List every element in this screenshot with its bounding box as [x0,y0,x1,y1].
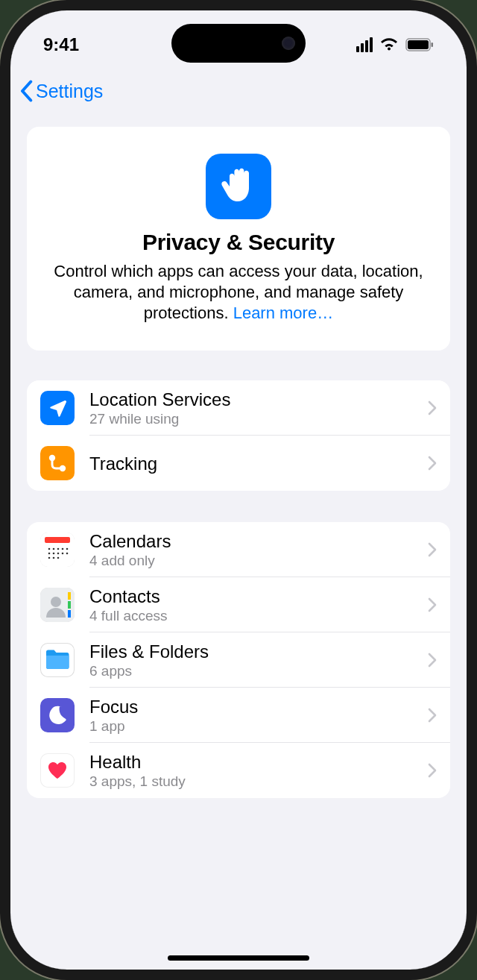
tracking-icon [40,446,75,480]
svg-point-10 [62,548,64,550]
settings-group: Location Services 27 while using Trackin… [27,380,450,491]
battery-icon [405,38,434,51]
health-icon [40,753,75,788]
dynamic-island [171,24,306,63]
screen: 9:41 Settings [10,10,467,970]
hero-description: Control which apps can access your data,… [48,261,429,324]
svg-point-19 [57,557,60,559]
row-calendars[interactable]: Calendars 4 add only [27,522,450,577]
status-indicators [356,37,434,52]
chevron-right-icon [428,456,437,471]
side-button [0,309,1,376]
svg-rect-1 [408,40,429,49]
svg-rect-22 [68,592,71,600]
svg-point-8 [53,548,55,550]
row-health[interactable]: Health 3 apps, 1 study [27,743,450,798]
row-subtitle: 6 apps [89,663,428,679]
chevron-right-icon [428,763,437,778]
svg-point-11 [66,548,69,550]
svg-point-9 [57,548,60,550]
row-title: Location Services [89,389,428,410]
row-title: Files & Folders [89,641,428,662]
row-focus[interactable]: Focus 1 app [27,688,450,743]
svg-point-7 [48,548,51,550]
svg-rect-23 [68,601,71,609]
row-tracking[interactable]: Tracking [27,436,450,491]
row-title: Tracking [89,453,428,474]
wifi-icon [379,37,399,52]
hero-title: Privacy & Security [48,230,429,255]
focus-icon [40,698,75,732]
side-button [0,160,1,191]
location-icon [40,391,75,425]
chevron-right-icon [428,401,437,415]
calendars-icon [40,533,75,567]
chevron-right-icon [428,653,437,668]
row-title: Focus [89,697,428,717]
row-subtitle: 3 apps, 1 study [89,773,428,790]
row-subtitle: 1 app [89,718,428,735]
svg-point-13 [53,553,55,555]
cellular-icon [356,37,373,52]
row-title: Contacts [89,586,428,607]
chevron-right-icon [428,597,437,612]
row-title: Calendars [89,531,428,552]
row-subtitle: 27 while using [89,411,428,427]
camera-dot [282,37,295,50]
privacy-hand-icon [206,154,271,219]
chevron-right-icon [428,708,437,723]
row-subtitle: 4 add only [89,553,428,569]
phone-frame: 9:41 Settings [0,0,477,980]
nav-bar: Settings [10,70,467,112]
svg-rect-24 [68,610,71,618]
svg-point-21 [51,597,61,607]
svg-point-14 [57,553,60,555]
svg-point-15 [62,553,64,555]
svg-rect-2 [432,43,434,47]
row-contacts[interactable]: Contacts 4 full access [27,577,450,632]
svg-point-12 [48,553,51,555]
row-title: Health [89,752,428,773]
hero-card: Privacy & Security Control which apps ca… [27,127,450,351]
svg-point-18 [53,557,55,559]
back-label: Settings [36,81,103,102]
chevron-left-icon [18,80,34,102]
svg-point-17 [48,557,51,559]
home-indicator[interactable] [168,955,309,961]
status-time: 9:41 [43,34,79,55]
row-files-folders[interactable]: Files & Folders 6 apps [27,632,450,688]
svg-point-3 [49,455,55,461]
content: Privacy & Security Control which apps ca… [10,112,467,798]
svg-point-4 [60,465,66,471]
contacts-icon [40,588,75,622]
svg-rect-6 [45,537,70,543]
svg-point-16 [66,553,69,555]
side-button [0,219,1,286]
back-button[interactable]: Settings [18,80,103,102]
files-icon [40,643,75,677]
row-subtitle: 4 full access [89,608,428,624]
chevron-right-icon [428,542,437,557]
settings-group: Calendars 4 add only Contacts 4 full acc… [27,522,450,798]
row-location-services[interactable]: Location Services 27 while using [27,380,450,436]
learn-more-link[interactable]: Learn more… [233,304,334,322]
